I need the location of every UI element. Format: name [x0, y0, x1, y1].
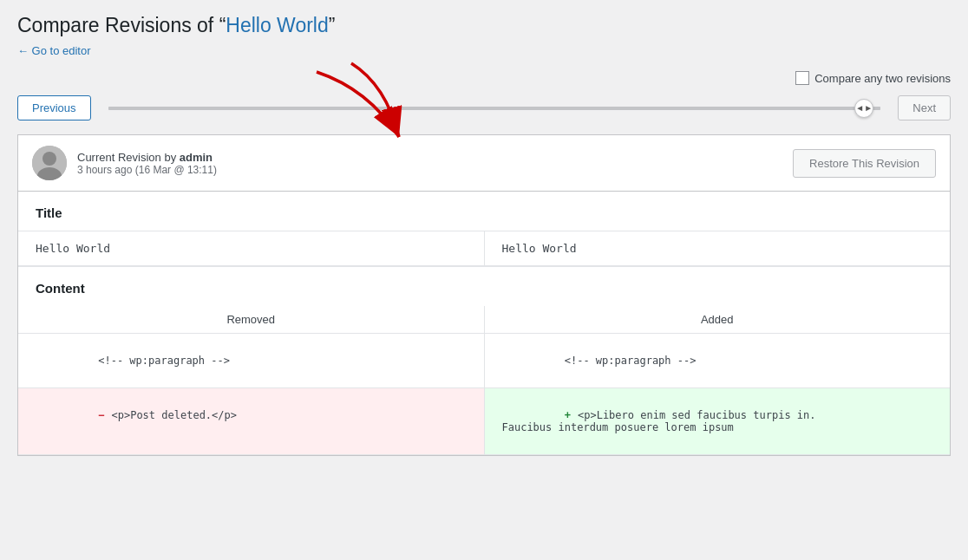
top-bar: Compare any two revisions [17, 71, 951, 85]
diff-right-text-0: <!-- wp:paragraph --> [565, 355, 697, 367]
title-cell-left: Hello World [18, 231, 485, 265]
compare-checkbox[interactable] [795, 71, 809, 85]
slider-segment-4 [690, 107, 881, 110]
revision-author-block: Current Revision by admin 3 hours ago (1… [32, 146, 217, 180]
revision-header: Current Revision by admin 3 hours ago (1… [17, 134, 951, 192]
diff-area: Title Hello World Hello World Content Re… [17, 192, 951, 456]
page-title: Compare Revisions of “Hello World” [17, 14, 951, 37]
compare-two-revisions-label[interactable]: Compare any two revisions [795, 71, 951, 85]
author-label: Current Revision by [77, 151, 176, 164]
title-suffix: ” [329, 14, 336, 36]
title-row: Hello World Hello World [18, 231, 950, 266]
svg-point-2 [43, 152, 56, 166]
post-title-link[interactable]: Hello World [226, 14, 328, 36]
revision-by: Current Revision by admin [77, 151, 217, 164]
diff-left-text-1: <p>Post deleted.</p> [111, 409, 237, 421]
diff-column-headers: Removed Added [18, 306, 950, 334]
diff-right-text-1: <p>Libero enim sed faucibus turpis in. F… [502, 409, 816, 433]
revision-info: Current Revision by admin 3 hours ago (1… [77, 151, 217, 176]
slider-track: ◄► [108, 107, 881, 110]
slider-segments [108, 107, 881, 110]
back-to-editor-link[interactable]: ← Go to editor [17, 44, 91, 57]
added-header: Added [485, 306, 951, 333]
diff-cell-left-0: <!-- wp:paragraph --> [18, 334, 485, 387]
slider-handle[interactable]: ◄► [854, 99, 873, 118]
revision-time: 3 hours ago (16 Mar @ 13:11) [77, 164, 217, 176]
page-wrapper: Compare Revisions of “Hello World” ← Go … [0, 0, 968, 560]
diff-cell-right-0: <!-- wp:paragraph --> [485, 334, 951, 387]
diff-title-label: Title [18, 192, 950, 231]
next-button[interactable]: Next [898, 95, 951, 120]
title-cell-right: Hello World [485, 231, 951, 265]
diff-cell-right-1: +<p>Libero enim sed faucibus turpis in. … [485, 388, 951, 454]
slider-handle-icon: ◄► [855, 103, 873, 113]
time-ago: 3 hours ago [77, 164, 132, 176]
slider-segment-2 [302, 107, 493, 110]
slider-container: ◄► [91, 107, 899, 110]
nav-bar: Previous ◄► [17, 95, 951, 120]
slider-segment-3 [496, 107, 687, 110]
avatar [32, 146, 67, 180]
diff-cell-left-1: −<p>Post deleted.</p> [18, 388, 485, 454]
diff-content-section: Content Removed Added <!-- wp:paragraph … [18, 266, 950, 455]
author-name: admin [180, 151, 213, 164]
diff-left-text-0: <!-- wp:paragraph --> [98, 355, 230, 367]
restore-revision-button[interactable]: Restore This Revision [793, 149, 936, 178]
slider-segment-1 [108, 107, 299, 110]
content-section-label: Content [18, 266, 950, 306]
diff-title-section: Title Hello World Hello World [18, 192, 950, 266]
diff-row-0: <!-- wp:paragraph --> <!-- wp:paragraph … [18, 334, 950, 388]
diff-minus-marker: − [98, 409, 104, 421]
previous-button[interactable]: Previous [17, 95, 91, 120]
removed-header: Removed [18, 306, 485, 333]
title-prefix: Compare Revisions of “ [17, 14, 226, 36]
diff-row-1: −<p>Post deleted.</p> +<p>Libero enim se… [18, 388, 950, 455]
compare-label-text: Compare any two revisions [814, 72, 951, 85]
diff-plus-marker: + [565, 409, 571, 421]
time-exact: (16 Mar @ 13:11) [135, 164, 217, 176]
